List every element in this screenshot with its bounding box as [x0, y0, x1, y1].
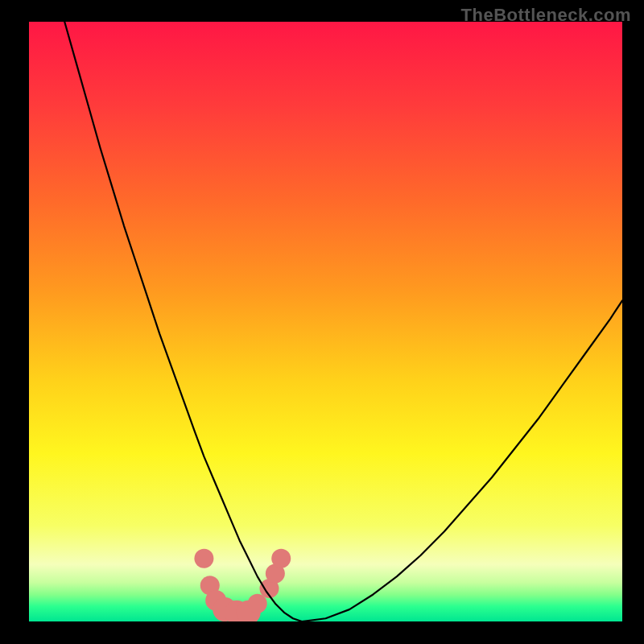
highlight-marker: [271, 549, 291, 568]
highlight-marker: [248, 594, 267, 613]
chart-stage: TheBottleneck.com: [0, 0, 644, 644]
highlight-marker: [194, 549, 213, 568]
plot-area: [29, 22, 622, 621]
plot-background: [29, 22, 622, 621]
